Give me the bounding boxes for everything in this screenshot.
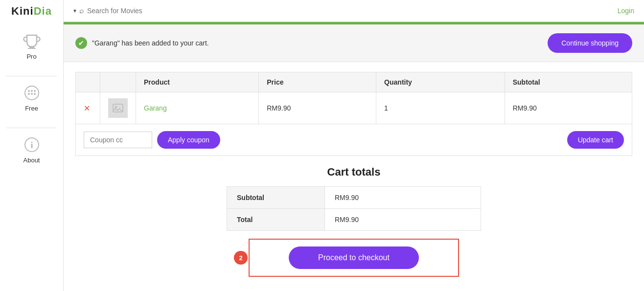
sidebar-item-about[interactable]: About — [0, 131, 63, 168]
price-cell: RM9.90 — [259, 92, 376, 124]
image-cell — [100, 92, 136, 124]
col-product: Product — [136, 72, 259, 92]
login-button[interactable]: Login — [618, 7, 634, 15]
notification-text: "Garang" has been added to your cart. — [92, 39, 209, 47]
subtotal-value: RM9.90 — [325, 187, 481, 209]
cart-section: Product Price Quantity Subtotal ✕ — [64, 62, 644, 166]
sidebar-item-free-label: Free — [25, 105, 38, 112]
subtotal-label: Subtotal — [227, 187, 325, 209]
col-subtotal: Subtotal — [505, 72, 632, 92]
coupon-left: Apply coupon — [84, 131, 220, 149]
update-cart-button[interactable]: Update cart — [567, 131, 624, 149]
subtotal-cell: RM9.90 — [505, 92, 632, 124]
svg-point-3 — [28, 90, 30, 92]
search-input[interactable] — [87, 7, 185, 15]
checkout-area: 2 Proceed to checkout — [249, 239, 459, 277]
svg-rect-1 — [28, 48, 36, 49]
cart-totals-title: Cart totals — [327, 166, 381, 179]
sidebar-item-free[interactable]: Free — [0, 79, 63, 116]
checkout-badge: 2 — [234, 251, 248, 265]
product-name-cell: Garang — [136, 92, 259, 124]
header: ▾ ⌕ Login — [64, 0, 644, 22]
sidebar: KiniDia Pro Free — [0, 0, 64, 291]
coupon-input[interactable] — [84, 132, 152, 148]
cart-table: Product Price Quantity Subtotal ✕ — [75, 72, 632, 124]
col-quantity: Quantity — [376, 72, 505, 92]
total-label: Total — [227, 209, 325, 231]
remove-item-button[interactable]: ✕ — [84, 104, 90, 113]
sidebar-item-pro-label: Pro — [26, 53, 36, 60]
cart-table-header-row: Product Price Quantity Subtotal — [76, 72, 632, 92]
sidebar-item-pro[interactable]: Pro — [0, 27, 63, 64]
sidebar-divider-2 — [6, 128, 57, 128]
cart-notification-bar: ✔ "Garang" has been added to your cart. … — [64, 24, 644, 62]
svg-point-7 — [31, 93, 33, 95]
apply-coupon-button[interactable]: Apply coupon — [157, 131, 220, 149]
quantity-cell: 1 — [376, 92, 505, 124]
logo: KiniDia — [11, 5, 52, 18]
notification-message: ✔ "Garang" has been added to your cart. — [75, 37, 209, 49]
svg-point-13 — [115, 106, 117, 108]
checkout-wrapper: Proceed to checkout — [249, 239, 459, 277]
svg-rect-11 — [31, 144, 32, 148]
remove-cell: ✕ — [76, 92, 100, 124]
sidebar-item-about-label: About — [23, 157, 40, 164]
info-icon — [22, 135, 42, 155]
subtotal-row: Subtotal RM9.90 — [227, 187, 481, 209]
cart-row: ✕ Garang RM9.90 — [76, 92, 632, 124]
col-remove — [76, 72, 100, 92]
search-icon: ⌕ — [79, 6, 84, 15]
cart-totals-section: Cart totals Subtotal RM9.90 Total RM9.90… — [64, 166, 644, 287]
product-link[interactable]: Garang — [144, 104, 167, 112]
svg-point-5 — [34, 90, 36, 92]
svg-point-10 — [31, 142, 32, 143]
trophy-icon — [22, 31, 42, 51]
main-area: ▾ ⌕ Login ✔ "Garang" has been added to y… — [64, 0, 644, 291]
svg-point-8 — [34, 93, 36, 95]
col-price: Price — [259, 72, 376, 92]
sidebar-divider-1 — [6, 76, 57, 76]
search-container: ▾ ⌕ — [73, 6, 618, 15]
proceed-to-checkout-button[interactable]: Proceed to checkout — [289, 246, 419, 269]
grid-icon — [22, 83, 42, 103]
svg-point-6 — [28, 93, 30, 95]
chevron-down-icon: ▾ — [73, 7, 76, 14]
product-thumbnail — [108, 98, 128, 118]
coupon-row: Apply coupon Update cart — [75, 124, 632, 156]
col-image — [100, 72, 136, 92]
total-value: RM9.90 — [325, 209, 481, 231]
check-circle-icon: ✔ — [75, 37, 87, 49]
continue-shopping-button[interactable]: Continue shopping — [548, 33, 632, 53]
totals-table: Subtotal RM9.90 Total RM9.90 — [227, 186, 481, 231]
svg-point-4 — [31, 90, 33, 92]
total-row: Total RM9.90 — [227, 209, 481, 231]
